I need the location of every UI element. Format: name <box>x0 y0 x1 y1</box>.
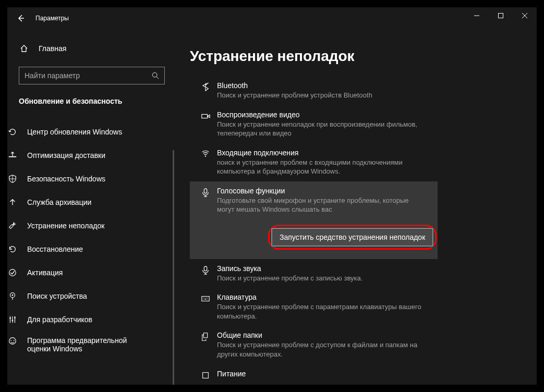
sidebar-item-label: Оптимизация доставки <box>27 151 105 160</box>
search-input[interactable] <box>25 71 139 80</box>
back-button[interactable] <box>14 11 28 26</box>
sidebar-item-refresh[interactable]: Центр обновления Windows <box>7 120 174 143</box>
bluetooth-icon <box>201 82 210 92</box>
troubleshoot-item[interactable]: Клавиатура Поиск и устранение проблем с … <box>190 288 526 326</box>
item-title: Питание <box>217 370 526 378</box>
sidebar-item-home[interactable]: Главная <box>19 39 174 58</box>
sidebar-item-sliders[interactable]: Для разработчиков <box>7 308 174 331</box>
location-icon <box>7 291 18 301</box>
svg-rect-22 <box>203 372 209 378</box>
item-title: Bluetooth <box>217 81 526 90</box>
sidebar-item-label: Восстановление <box>27 245 83 253</box>
troubleshoot-item[interactable]: Воспроизведение видео Поиск и устранение… <box>190 105 526 143</box>
maximize-icon <box>498 13 503 18</box>
shield-icon <box>7 174 18 183</box>
refresh-icon <box>7 127 18 137</box>
sidebar-item-delivery[interactable]: Оптимизация доставки <box>7 143 174 167</box>
sidebar-item-check-circle[interactable]: Активация <box>7 261 174 284</box>
share-icon <box>201 332 210 341</box>
sidebar-item-label: Поиск устройства <box>27 292 87 300</box>
titlebar: Параметры <box>7 7 537 29</box>
item-desc: Поиск и устранение проблем с записью зву… <box>217 274 426 283</box>
item-desc: Поиск и устранение проблем устройств Blu… <box>217 91 426 100</box>
delivery-icon <box>8 151 17 160</box>
troubleshoot-item[interactable]: Питание <box>190 364 526 385</box>
sidebar-item-wrench[interactable]: Устранение неполадок <box>7 214 174 237</box>
sidebar-item-insider[interactable]: Программа предварительной оценки Windows <box>7 331 174 360</box>
sidebar-item-label: Центр обновления Windows <box>27 128 122 136</box>
settings-window: Параметры Главная Обновление и безопа <box>7 7 537 385</box>
troubleshoot-item[interactable]: Общие папки Поиск и устранение проблем с… <box>190 326 526 364</box>
wrench-icon <box>7 221 18 230</box>
item-title: Запись звука <box>217 264 526 273</box>
search-box[interactable] <box>19 67 165 84</box>
run-troubleshooter-button[interactable]: Запустить средство устранения неполадок <box>271 228 433 247</box>
highlight-ring: Запустить средство устранения неполадок <box>268 225 437 250</box>
sidebar-item-label: Программа предварительной оценки Windows <box>27 336 147 353</box>
wifi-icon <box>196 149 215 176</box>
minimize-button[interactable] <box>465 7 489 24</box>
sidebar-item-label: Активация <box>27 268 63 277</box>
sliders-icon <box>8 315 17 324</box>
mic-icon <box>201 188 210 197</box>
svg-line-5 <box>156 77 159 79</box>
item-desc: поиск и устранение проблем с входящими п… <box>217 158 426 176</box>
sidebar-item-shield[interactable]: Безопасность Windows <box>7 167 174 190</box>
troubleshoot-item[interactable]: Запись звука Поиск и устранение проблем … <box>190 259 526 288</box>
arrow-left-icon <box>17 14 25 22</box>
item-desc: Поиск и устранение проблем с параметрами… <box>217 302 426 321</box>
svg-point-17 <box>205 155 206 156</box>
arrow-up-icon <box>8 198 17 207</box>
sidebar-item-history[interactable]: Восстановление <box>7 237 174 261</box>
home-label: Главная <box>39 44 66 53</box>
svg-point-4 <box>152 72 157 77</box>
close-icon <box>522 13 527 18</box>
maximize-button[interactable] <box>489 7 513 24</box>
item-title: Клавиатура <box>217 293 526 301</box>
svg-point-15 <box>14 340 15 341</box>
close-button[interactable] <box>513 7 537 24</box>
section-heading: Обновление и безопасность <box>19 97 174 105</box>
svg-rect-21 <box>203 333 207 338</box>
item-title: Входящие подключения <box>217 149 526 157</box>
svg-point-7 <box>9 269 16 276</box>
location-icon <box>8 291 17 301</box>
item-title: Голосовые функции <box>217 187 438 195</box>
svg-rect-19 <box>204 266 207 271</box>
svg-rect-18 <box>204 189 207 193</box>
svg-point-11 <box>12 320 14 321</box>
troubleshoot-item[interactable]: Входящие подключения поиск и устранение … <box>190 143 526 181</box>
arrow-up-icon <box>7 198 18 207</box>
refresh-icon <box>8 127 17 137</box>
history-icon <box>7 244 18 254</box>
troubleshoot-item[interactable]: Bluetooth Поиск и устранение проблем уст… <box>190 76 526 105</box>
mic-icon <box>201 265 210 275</box>
wifi-icon <box>201 150 210 159</box>
window-title: Параметры <box>35 15 69 22</box>
svg-rect-1 <box>499 14 503 18</box>
video-icon <box>201 112 210 121</box>
sidebar-item-arrow-up[interactable]: Служба архивации <box>7 190 174 214</box>
mic-icon <box>196 187 215 250</box>
keyboard-icon <box>196 293 215 321</box>
svg-point-12 <box>14 317 16 318</box>
troubleshoot-item[interactable]: Голосовые функции Подготовьте свой микро… <box>190 181 438 259</box>
home-icon <box>19 44 29 53</box>
sidebar: Главная Обновление и безопасность Центр … <box>7 29 174 385</box>
sidebar-item-label: Служба архивации <box>27 198 91 206</box>
item-title: Воспроизведение видео <box>217 111 526 119</box>
share-icon <box>196 331 215 359</box>
power-icon <box>196 370 215 380</box>
bluetooth-icon <box>196 81 215 100</box>
mic-icon <box>196 264 215 283</box>
shield-icon <box>8 174 17 183</box>
minimize-icon <box>474 13 479 18</box>
check-circle-icon <box>8 268 17 277</box>
item-title: Общие папки <box>217 331 526 339</box>
search-icon <box>152 72 159 79</box>
svg-point-14 <box>10 340 11 341</box>
svg-rect-16 <box>202 114 208 118</box>
sidebar-item-label: Безопасность Windows <box>27 175 105 183</box>
svg-point-9 <box>12 294 14 296</box>
sidebar-item-location[interactable]: Поиск устройства <box>7 284 174 308</box>
